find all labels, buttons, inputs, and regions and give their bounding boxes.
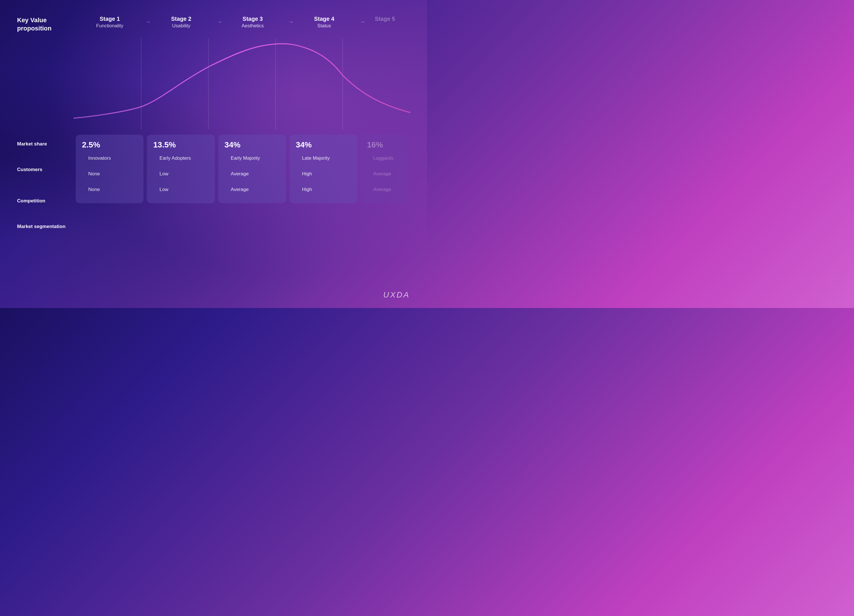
stage-col-2: Stage 2 Usability →	[145, 16, 217, 29]
stage5-number: Stage 5	[375, 16, 395, 22]
data-card-4: 34% Late Majority High High	[290, 135, 357, 203]
market-share-4: 34%	[296, 140, 351, 149]
segmentation-1: None	[82, 182, 137, 198]
customers-1: Innovators	[82, 151, 137, 166]
data-col-3: 34% Early Majority Average Average	[217, 135, 288, 203]
data-card-2: 13.5% Early Adopters Low Low	[147, 135, 215, 203]
main-container: Key Value proposition Stage 1 Functional…	[0, 0, 427, 308]
chart-svg	[74, 38, 410, 130]
customers-2: Early Adopters	[153, 151, 208, 166]
market-share-5: 16%	[367, 140, 402, 149]
label-competition: Competition	[17, 192, 74, 217]
stages-header: Stage 1 Functionality → Stage 2 Usabilit…	[74, 16, 410, 29]
label-market-share: Market share	[17, 135, 74, 160]
stage2-name: Usability	[172, 23, 190, 29]
stage-col-4: Stage 4 Status →	[288, 16, 360, 29]
competition-4: High	[296, 166, 351, 182]
segmentation-4: High	[296, 182, 351, 198]
stage2-number: Stage 2	[171, 16, 191, 22]
customers-3: Early Majority	[224, 151, 280, 166]
chart-area	[74, 38, 410, 130]
data-card-1: 2.5% Innovators None None	[76, 135, 143, 203]
data-columns: 2.5% Innovators None None 13.5% Early Ad…	[74, 135, 410, 203]
customers-5: Laggards	[367, 151, 402, 166]
competition-2: Low	[153, 166, 208, 182]
segmentation-2: Low	[153, 182, 208, 198]
market-share-1: 2.5%	[82, 140, 137, 149]
chart-curve	[74, 44, 410, 118]
stage-col-5: Stage 5	[360, 16, 410, 23]
stage-col-3: Stage 3 Aesthetics →	[217, 16, 288, 29]
data-col-2: 13.5% Early Adopters Low Low	[145, 135, 217, 203]
label-customers: Customers	[17, 160, 74, 192]
competition-1: None	[82, 166, 137, 182]
arrow-2: →	[217, 19, 222, 25]
data-card-3: 34% Early Majority Average Average	[218, 135, 286, 203]
header-row: Key Value proposition Stage 1 Functional…	[17, 16, 410, 38]
data-col-5: 16% Laggards Average Average	[359, 135, 410, 203]
row-labels: Market share Customers Competition Marke…	[17, 135, 74, 245]
uxda-logo: UXDA	[383, 290, 410, 299]
market-share-2: 13.5%	[153, 140, 208, 149]
arrow-3: →	[288, 19, 293, 25]
market-share-3: 34%	[224, 140, 280, 149]
arrow-1: →	[145, 19, 151, 25]
arrow-4: →	[360, 19, 365, 25]
segmentation-5: Average	[367, 182, 402, 198]
customers-4: Late Majority	[296, 151, 351, 166]
data-col-4: 34% Late Majority High High	[288, 135, 359, 203]
segmentation-3: Average	[224, 182, 280, 198]
data-section: Market share Customers Competition Marke…	[17, 135, 410, 245]
competition-3: Average	[224, 166, 280, 182]
stage-col-1: Stage 1 Functionality →	[74, 16, 145, 29]
stage1-name: Functionality	[96, 23, 123, 29]
stage4-number: Stage 4	[314, 16, 334, 22]
stage4-name: Status	[317, 23, 331, 29]
competition-5: Average	[367, 166, 402, 182]
label-segmentation: Market segmentation	[17, 217, 74, 245]
data-col-1: 2.5% Innovators None None	[74, 135, 145, 203]
stage3-name: Aesthetics	[241, 23, 264, 29]
data-card-5: 16% Laggards Average Average	[361, 135, 408, 203]
key-value-label: Key Value proposition	[17, 16, 74, 32]
stage3-number: Stage 3	[242, 16, 263, 22]
stage1-number: Stage 1	[100, 16, 120, 22]
